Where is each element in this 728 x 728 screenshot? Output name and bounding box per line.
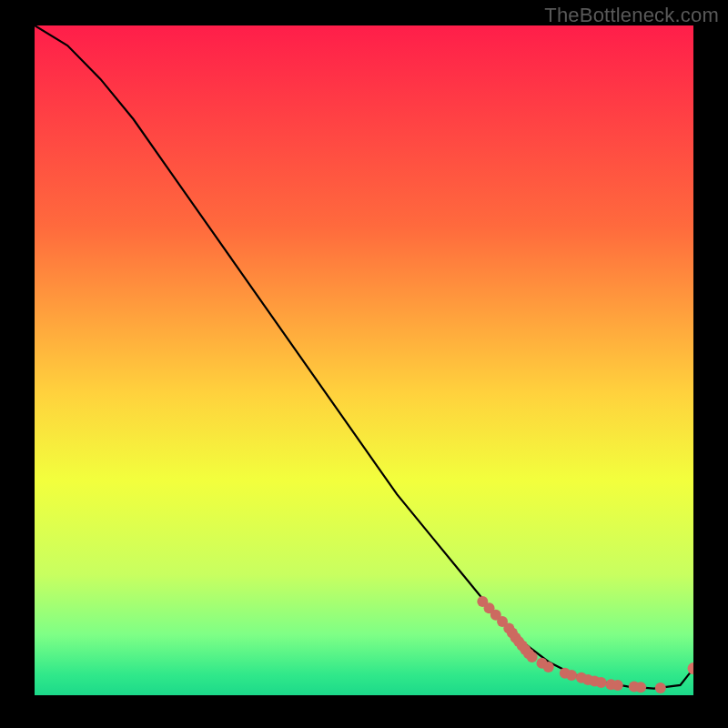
scatter-dot xyxy=(543,662,554,672)
scatter-group xyxy=(477,596,693,693)
curve-svg xyxy=(35,25,693,695)
scatter-dot xyxy=(527,652,538,662)
watermark-text: TheBottleneck.com xyxy=(544,4,719,27)
bottleneck-curve xyxy=(35,25,693,689)
chart-stage: TheBottleneck.com xyxy=(0,0,728,728)
scatter-dot xyxy=(655,682,666,693)
plot-area xyxy=(35,25,693,695)
scatter-dot xyxy=(612,680,623,691)
scatter-dot xyxy=(635,682,646,693)
scatter-dot xyxy=(566,670,577,681)
scatter-dot xyxy=(688,662,694,674)
scatter-dot xyxy=(596,677,607,688)
